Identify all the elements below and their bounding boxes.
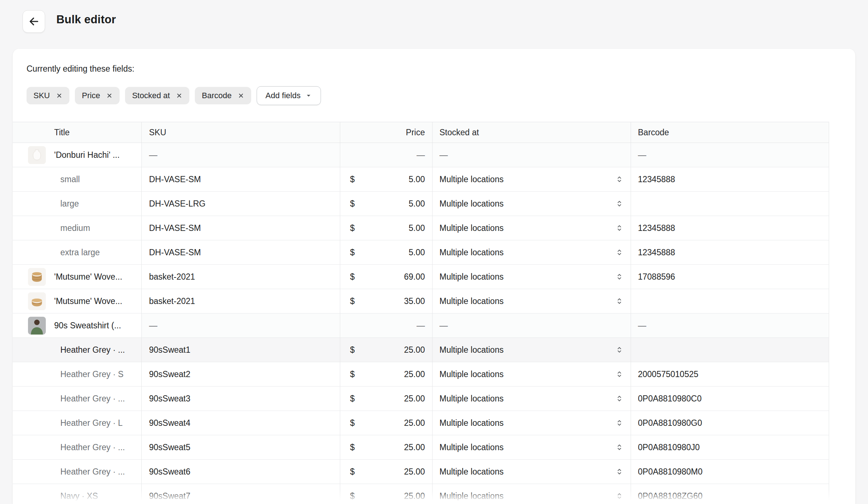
sku-cell[interactable]: 90sSweat4 <box>141 411 340 435</box>
price-cell[interactable]: $ 25.00 <box>340 460 432 484</box>
row-spacer <box>829 216 855 240</box>
barcode-value: 0P0A8810980G0 <box>638 418 702 428</box>
stocked-at-select[interactable]: Multiple locations <box>432 265 631 289</box>
back-button[interactable] <box>23 10 45 33</box>
stocked-at-select[interactable]: Multiple locations <box>432 411 631 435</box>
price-cell[interactable]: $ 69.00 <box>340 265 432 289</box>
sku-cell[interactable]: DH-VASE-SM <box>141 240 340 265</box>
price-cell[interactable]: $ 5.00 <box>340 240 432 265</box>
stocked-at-value: Multiple locations <box>439 418 503 428</box>
sku-cell[interactable]: basket-2021 <box>141 265 340 289</box>
price-cell[interactable]: $ 5.00 <box>340 167 432 192</box>
stocked-at-select[interactable]: Multiple locations <box>432 362 631 387</box>
page-title: Bulk editor <box>56 13 116 26</box>
price-cell[interactable]: $ 25.00 <box>340 338 432 362</box>
barcode-value: 0P0A8810980C0 <box>638 394 702 404</box>
price-cell[interactable]: $ 5.00 <box>340 192 432 216</box>
stocked-at-value: Multiple locations <box>439 223 503 233</box>
sku-cell[interactable]: 90sSweat7 <box>141 484 340 504</box>
barcode-value: 2000575010525 <box>638 369 698 379</box>
sku-cell[interactable]: basket-2021 <box>141 289 340 313</box>
barcode-cell[interactable]: 0P0A8810980G0 <box>631 411 829 435</box>
add-fields-button[interactable]: Add fields <box>257 86 321 105</box>
sku-value: — <box>149 321 157 331</box>
remove-field-button[interactable] <box>53 89 66 102</box>
price-cell[interactable]: $ 25.00 <box>340 411 432 435</box>
barcode-cell[interactable]: 17088596 <box>631 265 829 289</box>
barcode-cell[interactable]: 0P0A8810980M0 <box>631 460 829 484</box>
sku-cell[interactable]: DH-VASE-LRG <box>141 192 340 216</box>
sku-value: basket-2021 <box>149 296 195 306</box>
barcode-cell[interactable]: 2000575010525 <box>631 362 829 387</box>
price-value: 25.00 <box>404 467 425 477</box>
title-cell: Heather Grey · L <box>13 411 141 435</box>
unfold-more-icon <box>615 370 623 378</box>
stocked-at-select[interactable]: Multiple locations <box>432 484 631 504</box>
remove-field-button[interactable] <box>234 89 248 102</box>
row-title: 'Mutsume' Wove... <box>54 296 122 306</box>
sku-cell: — <box>141 143 340 167</box>
unfold-more-icon <box>615 273 623 281</box>
barcode-cell[interactable]: 12345888 <box>631 240 829 265</box>
barcode-value: 17088596 <box>638 272 675 282</box>
price-cell[interactable]: $ 25.00 <box>340 435 432 460</box>
unfold-more-icon <box>615 395 623 403</box>
barcode-cell[interactable] <box>631 289 829 313</box>
stocked-at-select[interactable]: Multiple locations <box>432 167 631 192</box>
sku-value: 90sSweat6 <box>149 467 190 477</box>
title-cell: 90s Sweatshirt (... <box>13 313 141 338</box>
stocked-at-select[interactable]: Multiple locations <box>432 387 631 411</box>
stocked-at-select[interactable]: Multiple locations <box>432 435 631 460</box>
title-cell: large <box>13 192 141 216</box>
column-header-spacer <box>829 122 855 143</box>
table-row: Heather Grey · S 90sSweat2 $ 25.00 Multi… <box>13 362 855 387</box>
barcode-cell[interactable] <box>631 192 829 216</box>
bulk-edit-table: Title SKU Price Stocked at Barcode 'Donb… <box>13 122 855 504</box>
row-spacer <box>829 362 855 387</box>
barcode-cell[interactable]: 0P0A8810980C0 <box>631 387 829 411</box>
field-chip-label: Barcode <box>202 91 232 100</box>
sku-value: 90sSweat3 <box>149 394 190 404</box>
stocked-at-select[interactable]: Multiple locations <box>432 338 631 362</box>
row-title: small <box>60 175 80 184</box>
barcode-cell[interactable]: 0P0A88108ZG60 <box>631 484 829 504</box>
sku-cell[interactable]: 90sSweat5 <box>141 435 340 460</box>
sku-cell[interactable]: DH-VASE-SM <box>141 216 340 240</box>
stocked-at-value: — <box>439 150 448 160</box>
barcode-cell[interactable] <box>631 338 829 362</box>
title-cell: Heather Grey · S <box>13 362 141 387</box>
row-title: Navy · XS <box>60 491 98 501</box>
remove-field-button[interactable] <box>103 89 116 102</box>
sku-cell[interactable]: DH-VASE-SM <box>141 167 340 192</box>
stocked-at-value: Multiple locations <box>439 443 503 452</box>
price-cell[interactable]: $ 5.00 <box>340 216 432 240</box>
price-value: 5.00 <box>409 248 425 257</box>
stocked-at-select[interactable]: Multiple locations <box>432 192 631 216</box>
barcode-value: 0P0A8810980M0 <box>638 467 703 477</box>
barcode-cell[interactable]: 12345888 <box>631 167 829 192</box>
sku-cell[interactable]: 90sSweat6 <box>141 460 340 484</box>
stocked-at-select[interactable]: Multiple locations <box>432 460 631 484</box>
price-cell[interactable]: $ 25.00 <box>340 362 432 387</box>
currency-prefix: $ <box>350 175 355 184</box>
barcode-cell[interactable]: 12345888 <box>631 216 829 240</box>
price-value: 35.00 <box>404 296 425 306</box>
stocked-at-select[interactable]: Multiple locations <box>432 289 631 313</box>
row-title: 90s Sweatshirt (... <box>54 321 121 331</box>
remove-field-button[interactable] <box>173 89 186 102</box>
column-header-label: Title <box>54 128 70 137</box>
stocked-at-select[interactable]: Multiple locations <box>432 216 631 240</box>
barcode-cell[interactable]: 0P0A8810980J0 <box>631 435 829 460</box>
row-spacer <box>829 435 855 460</box>
stocked-at-select[interactable]: Multiple locations <box>432 240 631 265</box>
price-cell[interactable]: $ 25.00 <box>340 484 432 504</box>
currency-prefix: $ <box>350 443 355 452</box>
column-header-title: Title <box>13 122 141 143</box>
row-title: medium <box>60 223 90 233</box>
sku-cell[interactable]: 90sSweat3 <box>141 387 340 411</box>
sku-cell[interactable]: 90sSweat2 <box>141 362 340 387</box>
price-value: 5.00 <box>409 199 425 209</box>
sku-cell[interactable]: 90sSweat1 <box>141 338 340 362</box>
price-cell[interactable]: $ 35.00 <box>340 289 432 313</box>
price-cell[interactable]: $ 25.00 <box>340 387 432 411</box>
